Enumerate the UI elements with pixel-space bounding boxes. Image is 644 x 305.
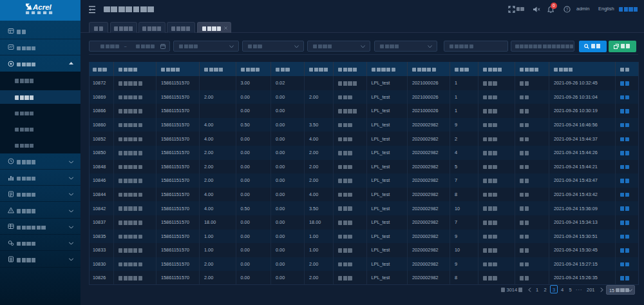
svg-text:?: ? — [565, 7, 568, 12]
svg-text:Acrel: Acrel — [32, 3, 52, 11]
